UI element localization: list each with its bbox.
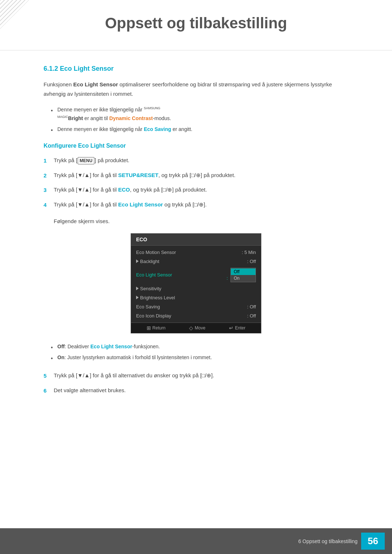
on-bullet: On: Juster lysstyrken automatisk i forho… <box>51 353 348 362</box>
step-number-4: 4 <box>44 200 54 210</box>
step-4-subtext: Følgende skjerm vises. <box>54 217 348 226</box>
step-text-4: Trykk på [▼/▲] for å gå til Eco Light Se… <box>54 200 348 209</box>
note-item-1: Denne menyen er ikke tilgjengelig når SA… <box>51 106 348 123</box>
backlight-item: Backlight : Off <box>131 257 261 266</box>
eco-menu-body: Eco Motion Sensor : 5 Min Backlight : Of… <box>131 246 261 323</box>
footer-move: ◇ Move <box>189 325 205 331</box>
page-footer: 6 Oppsett og tilbakestilling 56 <box>0 528 392 554</box>
eco-saving-item: Eco Saving : Off <box>131 302 261 311</box>
step-4: 4 Trykk på [▼/▲] for å gå til Eco Light … <box>44 200 348 210</box>
footer-return: ⊞ Return <box>147 325 166 331</box>
setup-reset-label: SETUP&RESET <box>118 172 159 178</box>
eco-menu-title: ECO <box>131 234 261 246</box>
eco-motion-sensor-name: Eco Motion Sensor <box>136 250 242 255</box>
sensitivity-item: Sensitivity <box>131 284 261 293</box>
eco-icon-display-value: : Off <box>247 313 256 319</box>
page-header: Oppsett og tilbakestilling <box>0 0 392 50</box>
enter-label: Enter <box>235 325 245 331</box>
corner-decoration <box>0 0 29 29</box>
section-title: Eco Light Sensor <box>60 65 114 72</box>
option-bullets: Off: Deaktiver Eco Light Sensor-funksjon… <box>44 342 348 362</box>
eco-motion-sensor-value: : 5 Min <box>242 250 256 255</box>
eco-icon-display-name: Eco Icon Display <box>136 313 247 319</box>
steps-list: 1 Trykk på [MENU] på produktet. 2 Trykk … <box>44 156 348 209</box>
step-text-6: Det valgte alternativet brukes. <box>54 386 348 395</box>
move-label: Move <box>195 325 205 331</box>
step-number-3: 3 <box>44 185 54 195</box>
step-2: 2 Trykk på [▼/▲] for å gå til SETUP&RESE… <box>44 171 348 180</box>
eco-label: ECO <box>118 186 130 193</box>
eco-icon-display-item: Eco Icon Display : Off <box>131 311 261 320</box>
notes-list: Denne menyen er ikke tilgjengelig når SA… <box>44 106 348 134</box>
section-heading: 6.1.2 Eco Light Sensor <box>44 65 348 73</box>
footer-section-text: 6 Oppsett og tilbakestilling <box>298 538 358 544</box>
dynamic-contrast-label: Dynamic Contrast <box>109 115 153 121</box>
eco-menu: ECO Eco Motion Sensor : 5 Min Backlight … <box>131 233 261 333</box>
enter-icon: ↵ <box>229 325 233 331</box>
intro-bold: Eco Light Sensor <box>73 81 118 87</box>
move-icon: ◇ <box>189 325 193 331</box>
on-label: On <box>57 354 64 360</box>
configure-heading: Konfigurere Eco Light Sensor <box>44 143 348 149</box>
brightness-level-name: Brightness Level <box>140 295 256 300</box>
eco-motion-sensor-item: Eco Motion Sensor : 5 Min <box>131 248 261 257</box>
eco-light-sensor-menu-name: Eco Light Sensor <box>136 272 226 278</box>
menu-key: MENU <box>78 157 94 164</box>
off-label: Off <box>57 344 65 349</box>
step-5: 5 Trykk på [▼/▲] for å gå til alternativ… <box>44 371 348 381</box>
return-label: Return <box>152 325 166 331</box>
step-text-5: Trykk på [▼/▲] for å gå til alternativet… <box>54 371 348 380</box>
eco-light-sensor-item: Eco Light Sensor : Off On <box>131 266 261 284</box>
eco-menu-screenshot: ECO Eco Motion Sensor : 5 Min Backlight … <box>44 233 348 333</box>
step-text-3: Trykk på [▼/▲] for å gå til ECO, og tryk… <box>54 185 348 194</box>
page-number: 56 <box>361 533 385 550</box>
eco-saving-label: Eco Saving <box>144 126 171 132</box>
return-icon: ⊞ <box>147 325 151 331</box>
backlight-name: Backlight <box>140 259 247 264</box>
eco-light-sensor-off-label: Eco Light Sensor <box>90 344 132 349</box>
step-number-2: 2 <box>44 171 54 180</box>
eco-saving-name: Eco Saving <box>136 304 247 309</box>
section-number: 6.1.2 <box>44 65 58 72</box>
eco-light-sensor-label: Eco Light Sensor <box>118 201 163 208</box>
step-text-2: Trykk på [▼/▲] for å gå til SETUP&RESET,… <box>54 171 348 180</box>
eco-light-sensor-menu-value: : Off On <box>226 268 256 282</box>
sensitivity-arrow <box>136 287 139 290</box>
steps-list-2: 5 Trykk på [▼/▲] for å gå til alternativ… <box>44 371 348 395</box>
step-text-1: Trykk på [MENU] på produktet. <box>54 156 348 165</box>
step-number-1: 1 <box>44 156 54 165</box>
option-on: On <box>231 275 256 282</box>
brightness-level-arrow <box>136 296 139 299</box>
eco-saving-value: : Off <box>247 304 256 309</box>
backlight-arrow <box>136 259 139 263</box>
eco-menu-footer: ⊞ Return ◇ Move ↵ Enter <box>131 323 261 333</box>
step-3: 3 Trykk på [▼/▲] for å gå til ECO, og tr… <box>44 185 348 195</box>
main-content: 6.1.2 Eco Light Sensor Funksjonen Eco Li… <box>0 65 392 395</box>
step-number-5: 5 <box>44 371 54 381</box>
off-bullet: Off: Deaktiver Eco Light Sensor-funksjon… <box>51 342 348 351</box>
step-1: 1 Trykk på [MENU] på produktet. <box>44 156 348 165</box>
intro-paragraph: Funksjonen Eco Light Sensor optimalisere… <box>44 80 348 98</box>
backlight-value: : Off <box>247 259 256 264</box>
brightness-level-item: Brightness Level <box>131 293 261 302</box>
footer-enter: ↵ Enter <box>229 325 245 331</box>
note-item-2: Denne menyen er ikke tilgjengelig når Ec… <box>51 125 348 134</box>
page-title: Oppsett og tilbakestilling <box>36 15 356 32</box>
dropdown-box: Off On <box>230 268 256 282</box>
sensitivity-name: Sensitivity <box>140 286 256 291</box>
step-6: 6 Det valgte alternativet brukes. <box>44 386 348 395</box>
option-off: Off <box>231 268 256 275</box>
step-number-6: 6 <box>44 386 54 395</box>
bright-bold: Bright <box>68 115 83 121</box>
